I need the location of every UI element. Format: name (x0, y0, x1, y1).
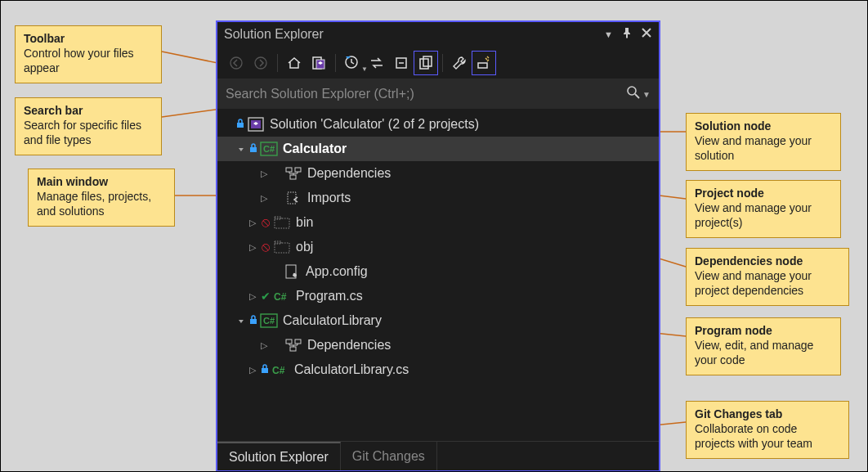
dependencies-icon (284, 165, 302, 182)
svg-rect-45 (286, 339, 292, 344)
node-label: App.config (306, 264, 368, 279)
checkmark-icon: ✔ (260, 290, 271, 303)
titlebar: Solution Explorer ▼ (217, 22, 659, 47)
lock-icon (248, 313, 258, 328)
expand-icon[interactable] (258, 340, 270, 351)
imports-node[interactable]: Imports (217, 186, 659, 210)
callout-main: Main window Manage files, projects, and … (28, 169, 175, 227)
expand-icon[interactable] (258, 193, 270, 204)
appconfig-node[interactable]: App.config (217, 259, 659, 284)
svg-rect-36 (275, 218, 289, 228)
pin-icon[interactable] (621, 27, 633, 42)
bin-folder-node[interactable]: ⦸ bin (217, 210, 659, 235)
svg-rect-33 (295, 168, 301, 172)
node-label: Dependencies (307, 338, 391, 353)
expand-icon[interactable] (247, 218, 258, 228)
project-label: Calculator (283, 142, 347, 156)
program-node[interactable]: ✔ C# Program.cs (217, 284, 659, 308)
callout-project: Project node View and manage your projec… (686, 180, 841, 238)
callout-solution: Solution node View and manage your solut… (686, 113, 841, 171)
node-label: Imports (307, 191, 351, 205)
tab-strip: Solution Explorer Git Changes (217, 441, 659, 470)
imports-icon (284, 190, 302, 206)
tab-solution-explorer[interactable]: Solution Explorer (217, 442, 341, 470)
dependencies-node[interactable]: Dependencies (217, 161, 659, 186)
dropdown-icon[interactable]: ▼ (604, 29, 613, 39)
node-label: Program.cs (296, 289, 363, 303)
lock-icon (248, 142, 258, 156)
home-icon[interactable] (282, 51, 306, 75)
svg-rect-48 (262, 368, 268, 373)
config-file-icon (283, 263, 301, 280)
solution-node[interactable]: Solution 'Calculator' (2 of 2 projects) (217, 112, 659, 137)
csharp-file-icon: C# (273, 288, 291, 304)
svg-rect-34 (290, 175, 296, 179)
tree-view: Solution 'Calculator' (2 of 2 projects) … (217, 109, 659, 389)
back-icon[interactable] (224, 51, 248, 75)
library-file-node[interactable]: C# CalculatorLibrary.cs (217, 357, 659, 382)
svg-rect-35 (288, 192, 296, 204)
svg-text:C#: C# (272, 365, 285, 376)
hidden-folder-icon (273, 239, 291, 255)
excluded-icon: ⦸ (260, 216, 271, 229)
excluded-icon: ⦸ (260, 240, 271, 254)
solution-icon (247, 116, 265, 133)
svg-rect-42 (250, 319, 257, 324)
expand-icon[interactable] (258, 169, 270, 179)
csharp-file-icon: C# (271, 362, 289, 378)
csharp-project-icon: C# (260, 312, 278, 329)
svg-rect-32 (286, 168, 292, 172)
project-label: CalculatorLibrary (283, 313, 382, 328)
csharp-project-icon: C# (260, 141, 278, 157)
window-title: Solution Explorer (224, 27, 324, 42)
show-all-files-icon[interactable] (414, 51, 438, 75)
sync-icon[interactable] (365, 51, 389, 75)
close-icon[interactable] (641, 27, 652, 42)
svg-text:C#: C# (263, 144, 275, 154)
svg-rect-46 (295, 339, 301, 344)
search-placeholder: Search Solution Explorer (Ctrl+;) (226, 87, 414, 101)
svg-rect-22 (420, 59, 428, 69)
project-node-calculator[interactable]: C# Calculator (217, 137, 659, 161)
callout-git: Git Changes tab Collaborate on code proj… (686, 401, 849, 459)
pending-changes-filter-icon[interactable]: ▼ (340, 51, 365, 75)
expand-icon[interactable] (235, 145, 247, 154)
properties-icon[interactable] (447, 51, 472, 75)
svg-rect-24 (478, 63, 487, 68)
node-label: CalculatorLibrary.cs (294, 362, 409, 377)
expand-icon[interactable] (235, 317, 247, 326)
svg-text:C#: C# (263, 316, 275, 326)
toolbar: ▼ (217, 47, 659, 79)
svg-rect-23 (423, 56, 432, 66)
node-label: Dependencies (307, 166, 391, 181)
solution-explorer-window: Solution Explorer ▼ ▼ (216, 20, 660, 472)
expand-icon[interactable] (247, 365, 258, 375)
svg-rect-26 (237, 123, 244, 128)
lock-icon (235, 117, 245, 132)
search-dropdown-icon[interactable]: ▼ (642, 90, 651, 99)
switch-views-icon[interactable] (306, 51, 331, 75)
callout-toolbar: Toolbar Control how your files appear (15, 25, 162, 83)
svg-point-25 (628, 87, 636, 95)
project-node-library[interactable]: C# CalculatorLibrary (217, 308, 659, 333)
solution-label: Solution 'Calculator' (2 of 2 projects) (270, 117, 479, 132)
collapse-all-icon[interactable] (389, 51, 414, 75)
dependencies-node-2[interactable]: Dependencies (217, 333, 659, 357)
svg-rect-47 (290, 347, 296, 351)
node-label: obj (296, 240, 313, 254)
obj-folder-node[interactable]: ⦸ obj (217, 235, 659, 259)
forward-icon[interactable] (248, 51, 273, 75)
node-label: bin (296, 215, 313, 230)
svg-rect-38 (275, 243, 289, 253)
preview-selected-items-icon[interactable] (472, 51, 496, 75)
svg-text:C#: C# (274, 291, 287, 303)
callout-search: Search bar Search for specific files and… (15, 97, 162, 155)
search-icon[interactable] (626, 85, 641, 103)
callout-deps: Dependencies node View and manage your p… (686, 248, 849, 306)
callout-program: Program node View, edit, and manage your… (686, 317, 841, 375)
tab-git-changes[interactable]: Git Changes (341, 442, 437, 470)
search-bar[interactable]: Search Solution Explorer (Ctrl+;) ▼ (217, 79, 659, 109)
expand-icon[interactable] (247, 242, 258, 253)
svg-point-16 (230, 57, 242, 69)
expand-icon[interactable] (247, 291, 258, 302)
